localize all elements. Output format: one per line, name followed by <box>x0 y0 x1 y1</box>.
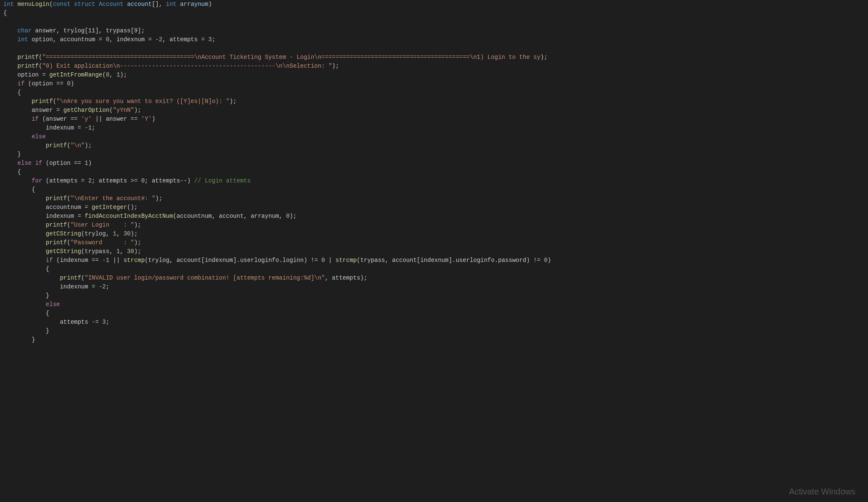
code-line-10: if (option == 0) <box>0 79 868 88</box>
code-line-38: } <box>0 327 868 336</box>
code-line-24: accountnum = getInteger(); <box>0 203 868 212</box>
code-line-1: int menuLogin(const struct Account accou… <box>0 0 868 9</box>
activate-windows-watermark: Activate Windows <box>789 485 855 498</box>
code-line-6 <box>0 44 868 53</box>
code-line-33: indexnum = -2; <box>0 283 868 291</box>
code-line-14: if (answer == 'y' || answer == 'Y') <box>0 115 868 124</box>
code-line-3 <box>0 18 868 26</box>
code-line-37: attempts -= 3; <box>0 318 868 327</box>
code-line-39: } <box>0 336 868 344</box>
code-line-30: if (indexnum == -1 || strcmp(trylog, acc… <box>0 256 868 265</box>
code-line-15: indexnum = -1; <box>0 124 868 132</box>
code-line-20: { <box>0 168 868 177</box>
code-line-17: printf("\n"); <box>0 141 868 150</box>
code-line-25: indexnum = findAccountIndexByAcctNum(acc… <box>0 212 868 221</box>
code-line-9: option = getIntFromRange(0, 1); <box>0 71 868 79</box>
code-line-23: printf("\nEnter the account#: "); <box>0 194 868 203</box>
code-line-16: else <box>0 132 868 141</box>
code-line-29: getCString(trypass, 1, 30); <box>0 247 868 256</box>
code-line-32: printf("INVALID user login/password comb… <box>0 274 868 283</box>
code-line-8: printf("0) Exit application\n-----------… <box>0 62 868 71</box>
code-line-34: } <box>0 291 868 300</box>
code-line-12: printf("\nAre you sure you want to exit?… <box>0 97 868 106</box>
code-line-4: char answer, trylog[11], trypass[9]; <box>0 26 868 35</box>
code-line-2: { <box>0 9 868 18</box>
code-content: int menuLogin(const struct Account accou… <box>0 0 868 344</box>
code-line-11: { <box>0 88 868 97</box>
code-line-22: { <box>0 185 868 194</box>
code-line-36: { <box>0 309 868 318</box>
code-line-7: printf("================================… <box>0 53 868 62</box>
code-line-28: printf("Password : "); <box>0 238 868 247</box>
code-editor: int menuLogin(const struct Account accou… <box>0 0 868 502</box>
code-line-27: getCString(trylog, 1, 30); <box>0 230 868 238</box>
code-line-19: else if (option == 1) <box>0 159 868 168</box>
code-line-13: answer = getCharOption("yYnN"); <box>0 106 868 115</box>
code-line-26: printf("User Login : "); <box>0 221 868 230</box>
code-line-21: for (attempts = 2; attempts >= 0; attemp… <box>0 177 868 185</box>
code-line-31: { <box>0 265 868 274</box>
code-line-35: else <box>0 300 868 309</box>
code-line-5: int option, accountnum = 0, indexnum = -… <box>0 35 868 44</box>
code-line-18: } <box>0 150 868 159</box>
